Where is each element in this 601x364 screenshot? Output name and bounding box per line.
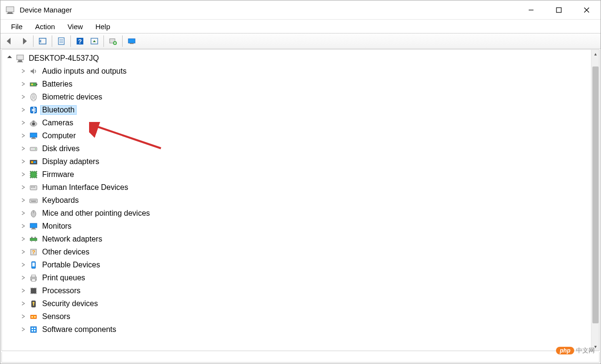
status-bar [1,352,600,363]
svg-point-34 [35,148,36,149]
tree-node[interactable]: Network adapters [19,232,599,245]
menu-help[interactable]: Help [90,21,116,33]
svg-rect-41 [33,187,34,188]
portable-icon [29,260,38,270]
vertical-scrollbar[interactable]: ▴ ▾ [591,50,599,351]
devices-by-connection-button[interactable] [125,34,139,48]
chevron-right-icon[interactable] [19,93,27,101]
chevron-right-icon[interactable] [19,158,27,165]
tree-node[interactable]: Display adapters [19,155,599,168]
menu-action[interactable]: Action [29,21,61,33]
tree-node[interactable]: Portable Devices [19,258,599,271]
chevron-right-icon[interactable] [19,313,27,320]
scan-hardware-button[interactable] [106,34,120,48]
properties-button[interactable] [54,34,68,48]
chevron-right-icon[interactable] [19,106,27,114]
toolbar-separator [103,35,104,47]
tree-node[interactable]: Print queues [19,271,599,284]
svg-point-28 [32,122,35,125]
update-driver-button[interactable] [87,34,102,48]
close-button[interactable] [573,0,601,20]
svg-rect-37 [34,161,36,163]
minimize-button[interactable] [517,0,545,20]
tree-node[interactable]: Software components [19,323,599,336]
tree-node[interactable]: Audio inputs and outputs [19,65,599,77]
maximize-button[interactable] [545,0,573,20]
display-icon [29,157,38,166]
chevron-right-icon[interactable] [19,80,27,88]
chevron-right-icon[interactable] [19,222,27,230]
svg-rect-78 [34,330,35,331]
tree-node[interactable]: Monitors [19,220,599,232]
show-hidden-button[interactable] [35,34,50,48]
svg-rect-40 [31,187,32,188]
help-button[interactable]: ? [73,34,87,48]
svg-rect-63 [33,263,35,266]
chevron-right-icon[interactable] [19,300,27,308]
svg-rect-48 [35,200,36,201]
chevron-right-icon[interactable] [19,132,27,140]
scrollbar-thumb[interactable] [592,66,599,323]
tree-node[interactable]: Cameras [19,116,599,129]
tree-node[interactable]: Disk drives [19,142,599,155]
chevron-right-icon[interactable] [19,145,27,153]
other-icon: ? [29,247,38,257]
scroll-up-arrow[interactable]: ▴ [594,50,597,58]
chevron-right-icon[interactable] [19,274,27,282]
hid-icon [29,183,38,192]
tree-node[interactable]: Bluetooth [19,103,599,116]
svg-rect-55 [30,238,37,241]
chevron-right-icon[interactable] [19,287,27,295]
camera-icon [29,118,38,128]
chevron-right-icon[interactable] [19,67,27,75]
svg-rect-47 [34,200,35,201]
chevron-right-icon[interactable] [19,197,27,204]
tree-node-label: Biometric devices [40,92,104,102]
chevron-right-icon[interactable] [19,210,27,217]
computer-icon [29,131,38,141]
svg-rect-22 [30,83,36,86]
menu-file[interactable]: File [5,21,28,33]
svg-rect-23 [36,84,37,85]
back-button[interactable] [2,34,17,48]
tree-node-label: Disk drives [40,144,81,154]
svg-rect-77 [32,330,33,331]
svg-rect-75 [32,328,33,329]
svg-rect-18 [130,43,134,44]
svg-text:?: ? [78,38,82,45]
computer-root-icon [15,54,25,63]
tree-node-label: Display adapters [40,157,101,166]
menu-view[interactable]: View [62,21,89,33]
chevron-right-icon[interactable] [19,171,27,178]
device-tree[interactable]: DESKTOP-4L537JQ Audio inputs and outputs… [2,50,599,351]
tree-root-node[interactable]: DESKTOP-4L537JQ [6,52,599,65]
tree-node[interactable]: Keyboards [19,194,599,207]
svg-rect-57 [34,237,36,238]
svg-point-72 [32,316,33,318]
tree-node[interactable]: Processors [19,284,599,297]
chevron-right-icon[interactable] [19,235,27,243]
svg-rect-32 [31,138,36,139]
tree-node[interactable]: Human Interface Devices [19,181,599,194]
forward-button[interactable] [17,34,31,48]
tree-node-label: Processors [40,286,82,296]
tree-node-label: Computer [40,131,78,141]
sensor-icon [29,312,38,321]
svg-rect-17 [128,39,135,43]
chevron-right-icon[interactable] [19,119,27,127]
tree-node[interactable]: Batteries [19,77,599,90]
keyboard-icon [29,196,38,205]
svg-rect-31 [32,137,35,138]
tree-node[interactable]: Biometric devices [19,90,599,103]
chevron-down-icon[interactable] [6,55,13,62]
tree-node[interactable]: Sensors [19,310,599,323]
tree-node[interactable]: ?Other devices [19,245,599,258]
chevron-right-icon[interactable] [19,261,27,269]
chevron-right-icon[interactable] [19,184,27,191]
tree-node[interactable]: Security devices [19,297,599,310]
tree-node[interactable]: Mice and other pointing devices [19,207,599,220]
tree-node[interactable]: Computer [19,129,599,142]
chevron-right-icon[interactable] [19,248,27,256]
chevron-right-icon[interactable] [19,326,27,333]
tree-node[interactable]: Firmware [19,168,599,181]
